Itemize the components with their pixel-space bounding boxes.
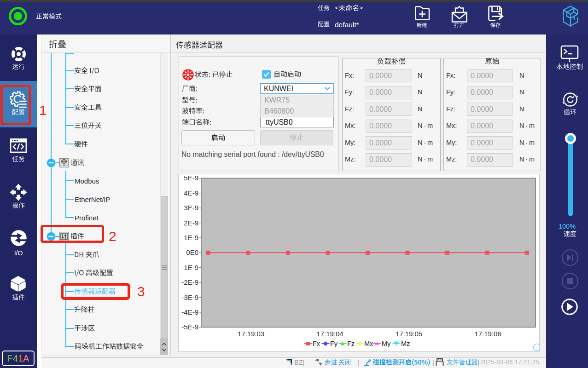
svg-text:17:19:05: 17:19:05 (396, 330, 422, 338)
svg-text:Mz: Mz (401, 340, 410, 347)
svg-text:3E-9: 3E-9 (184, 204, 198, 212)
svg-text:4E-9: 4E-9 (184, 189, 198, 197)
svg-text:-3E-9: -3E-9 (181, 293, 198, 301)
svg-text:-2E-9: -2E-9 (181, 278, 198, 286)
svg-text:17:19:03: 17:19:03 (238, 330, 264, 338)
svg-text:Mx: Mx (364, 340, 373, 347)
svg-text:Fy: Fy (330, 340, 338, 347)
svg-text:17:19:06: 17:19:06 (474, 330, 501, 338)
svg-text:My: My (382, 340, 391, 347)
svg-text:1E-9: 1E-9 (184, 234, 198, 242)
svg-text:-5E-9: -5E-9 (181, 323, 198, 331)
svg-text:17:19:04: 17:19:04 (316, 330, 343, 338)
svg-text:0E0: 0E0 (186, 248, 198, 256)
svg-text:-4E-9: -4E-9 (181, 308, 198, 316)
svg-text:Fz: Fz (347, 340, 355, 347)
svg-text:i: i (536, 345, 537, 350)
svg-text:-1E-9: -1E-9 (181, 264, 198, 271)
svg-text:Fx: Fx (313, 340, 320, 347)
svg-text:5E-9: 5E-9 (184, 174, 198, 182)
svg-text:2E-9: 2E-9 (184, 219, 198, 227)
